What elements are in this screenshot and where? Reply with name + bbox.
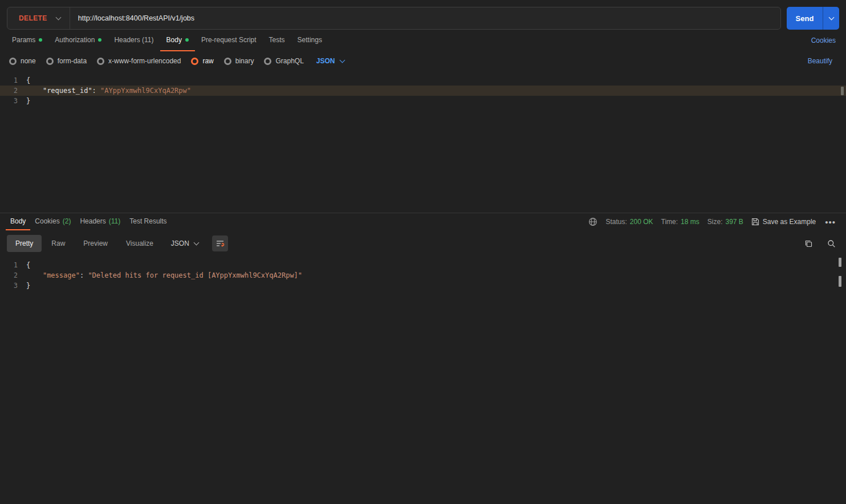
code-line: 3 } — [0, 96, 846, 106]
view-tab-visualize[interactable]: Visualize — [117, 235, 162, 252]
search-response-button[interactable] — [823, 235, 839, 251]
response-tab-headers[interactable]: Headers (11) — [75, 213, 125, 230]
raw-language-label: JSON — [316, 57, 335, 65]
chevron-down-icon — [193, 239, 199, 245]
size-label: Size: — [707, 218, 723, 226]
request-body-editor[interactable]: 1 { 2 "request_id": "AYppYxmwhl9CxYqA2Rp… — [0, 71, 846, 213]
response-body-viewer: 1 { 2 "message": "Deleted hits for reque… — [0, 257, 846, 504]
response-toolbar-right — [800, 235, 839, 251]
tab-body-label: Body — [166, 36, 182, 44]
response-tab-headers-label: Headers — [80, 217, 105, 225]
body-mode-row: none form-data x-www-form-urlencoded raw… — [0, 51, 846, 71]
time-indicator: Time: 18 ms — [661, 218, 699, 226]
line-number: 3 — [0, 96, 26, 106]
headers-count: (11) — [109, 217, 120, 225]
tab-params-label: Params — [12, 36, 35, 44]
response-tab-body-label: Body — [10, 217, 26, 225]
response-meta: Status: 200 OK Time: 18 ms Size: 397 B S… — [588, 213, 837, 230]
view-tab-raw[interactable]: Raw — [43, 235, 74, 252]
indent — [26, 271, 43, 279]
body-mode-none[interactable]: none — [9, 57, 36, 65]
code-line: 2 "message": "Deleted hits for request_i… — [0, 270, 846, 281]
response-tab-body[interactable]: Body — [6, 213, 30, 230]
code-token: } — [26, 96, 30, 106]
body-mode-graphql[interactable]: GraphQL — [264, 57, 303, 65]
response-tab-test-results[interactable]: Test Results — [125, 213, 171, 230]
chevron-down-icon — [828, 14, 834, 20]
code-line-current: 2 "request_id": "AYppYxmwhl9CxYqA2Rpw" — [0, 86, 846, 96]
line-number: 1 — [0, 75, 26, 86]
time-label: Time: — [661, 218, 678, 226]
cookies-link[interactable]: Cookies — [807, 30, 840, 51]
code-line: 3 } — [0, 281, 846, 291]
tab-settings[interactable]: Settings — [291, 30, 328, 51]
body-mode-raw[interactable]: raw — [191, 57, 213, 65]
radio-selected-icon — [191, 58, 198, 65]
body-mode-urlencoded[interactable]: x-www-form-urlencoded — [97, 57, 181, 65]
method-selector[interactable]: DELETE — [7, 7, 70, 29]
beautify-button[interactable]: Beautify — [803, 57, 837, 65]
response-language-label: JSON — [171, 239, 189, 247]
code-content: "message": "Deleted hits for request_id … — [26, 270, 302, 281]
code-token: { — [26, 75, 30, 86]
raw-language-selector[interactable]: JSON — [316, 57, 344, 65]
scrollbar-marker — [839, 258, 841, 267]
body-mode-binary[interactable]: binary — [224, 57, 254, 65]
body-dot — [185, 38, 189, 42]
tab-authorization[interactable]: Authorization — [48, 30, 108, 51]
line-number: 2 — [0, 86, 26, 96]
code-content: "request_id": "AYppYxmwhl9CxYqA2Rpw" — [26, 86, 191, 96]
response-tab-test-results-label: Test Results — [129, 217, 166, 225]
chevron-down-icon — [339, 57, 345, 63]
radio-icon — [264, 58, 271, 65]
more-actions-button[interactable]: ••• — [824, 217, 837, 227]
view-tab-preview[interactable]: Preview — [75, 235, 116, 252]
json-key: "request_id" — [43, 87, 92, 95]
save-icon — [751, 218, 759, 226]
network-info-button[interactable] — [588, 217, 597, 226]
request-url-row: DELETE Send — [0, 0, 846, 30]
url-input[interactable] — [70, 7, 780, 29]
code-line: 1 { — [0, 260, 846, 270]
line-number: 3 — [0, 281, 26, 291]
params-dot — [39, 38, 42, 42]
tab-headers-label: Headers (11) — [114, 36, 153, 44]
wrap-text-icon — [215, 239, 225, 248]
json-key: "message" — [43, 271, 80, 279]
request-tabs: Params Authorization Headers (11) Body P… — [0, 30, 846, 51]
tab-params[interactable]: Params — [6, 30, 48, 51]
postman-request-view: DELETE Send Params Authorization Headers… — [0, 0, 846, 504]
code-line: 1 { — [0, 75, 846, 86]
body-mode-form-data[interactable]: form-data — [46, 57, 87, 65]
radio-icon — [9, 58, 17, 65]
json-colon: : — [92, 87, 100, 95]
line-number: 1 — [0, 260, 26, 270]
tab-headers[interactable]: Headers (11) — [108, 30, 160, 51]
search-icon — [827, 239, 836, 248]
save-as-example-button[interactable]: Save as Example — [751, 218, 816, 226]
response-tab-cookies[interactable]: Cookies (2) — [30, 213, 75, 230]
chevron-down-icon — [55, 14, 61, 20]
authorization-dot — [98, 38, 101, 42]
tab-body[interactable]: Body — [160, 30, 195, 51]
code-token: } — [26, 281, 30, 291]
status-value: 200 OK — [630, 218, 653, 226]
response-language-selector[interactable]: JSON — [163, 239, 206, 247]
json-string-value: "Deleted hits for request_id [AYppYxmwhl… — [88, 271, 302, 279]
copy-response-button[interactable] — [800, 235, 816, 251]
save-as-example-label: Save as Example — [763, 218, 816, 226]
tab-prerequest-script[interactable]: Pre-request Script — [195, 30, 263, 51]
copy-icon — [804, 239, 813, 248]
send-button[interactable]: Send — [787, 7, 823, 30]
tab-tests-label: Tests — [269, 36, 285, 44]
editor-scrollbar-thumb[interactable] — [841, 87, 844, 95]
wrap-lines-button[interactable] — [212, 235, 228, 251]
view-tab-pretty[interactable]: Pretty — [7, 235, 42, 252]
code-token: { — [26, 260, 30, 270]
size-indicator: Size: 397 B — [707, 218, 743, 226]
response-toolbar: Pretty Raw Preview Visualize JSON — [0, 230, 846, 257]
tab-prerequest-label: Pre-request Script — [201, 36, 257, 44]
send-options-button[interactable] — [823, 7, 839, 30]
status-label: Status: — [605, 218, 627, 226]
tab-tests[interactable]: Tests — [263, 30, 291, 51]
